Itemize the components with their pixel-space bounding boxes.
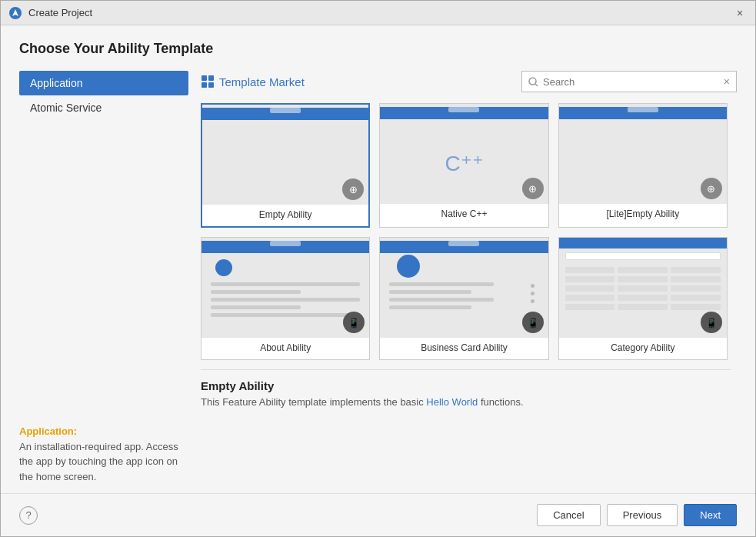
card-preview-category: 📱 [559, 238, 727, 338]
search-input[interactable] [543, 76, 719, 88]
cat-cell-4 [565, 276, 615, 282]
biz-line-2 [389, 290, 471, 294]
biz-circle [397, 255, 420, 278]
badge-icon-category: 📱 [705, 317, 718, 329]
next-button[interactable]: Next [684, 504, 737, 526]
card-phone-bar-inner [270, 108, 301, 113]
template-label-empty-ability: Empty Ability [259, 209, 312, 220]
sidebar-description-label: Application: [19, 425, 77, 437]
card-preview-cpp: C⁺⁺ ⊕ [380, 104, 548, 204]
biz-line-1 [389, 282, 494, 286]
sidebar-item-application[interactable]: Application [19, 71, 188, 95]
card-phone-bar [202, 108, 368, 120]
template-card-about[interactable]: 📱 About Ability [201, 237, 370, 360]
template-label-category: Category Ability [611, 342, 674, 353]
search-icon [528, 77, 538, 87]
search-clear-button[interactable]: × [724, 75, 730, 88]
description-title: Empty Ability [201, 379, 731, 392]
biz-dot-1 [531, 284, 535, 288]
biz-dot-2 [531, 292, 535, 295]
card-preview-lite: ⊕ [559, 104, 727, 204]
cat-cell-11 [618, 295, 668, 301]
templates-scroll: ⊕ Empty Ability [201, 103, 737, 493]
templates-grid: ⊕ Empty Ability [201, 103, 731, 360]
template-card-lite-empty[interactable]: ⊕ [Lite]Empty Ability [558, 103, 728, 228]
card-phone-bar-cpp [380, 107, 548, 119]
cat-row-4 [565, 295, 721, 301]
card-phone-bar-inner-business [448, 241, 479, 246]
cat-search [565, 252, 721, 260]
sidebar-item-atomic-service[interactable]: Atomic Service [19, 95, 188, 120]
dialog-title: Choose Your Ability Template [19, 41, 737, 57]
template-card-native-cpp[interactable]: C⁺⁺ ⊕ Native C++ [379, 103, 548, 228]
card-preview-business: 📱 [380, 238, 548, 338]
svg-rect-3 [201, 82, 207, 88]
cancel-button[interactable]: Cancel [537, 504, 600, 526]
cat-row-2 [565, 276, 721, 282]
card-badge-about: 📱 [343, 312, 365, 333]
template-label-about: About Ability [260, 342, 311, 353]
badge-icon-business: 📱 [527, 317, 539, 329]
content-area: Application Atomic Service Application: … [19, 71, 737, 493]
cat-cell-13 [565, 304, 615, 310]
desc-text-before: This Feature Ability template implements… [201, 396, 426, 408]
market-header: Template Market × [201, 71, 737, 92]
card-phone-bar-business [380, 241, 548, 253]
template-label-native-cpp: Native C++ [441, 208, 487, 219]
card-badge-cpp: ⊕ [522, 178, 544, 199]
svg-rect-1 [201, 75, 207, 81]
cat-row-5 [565, 304, 721, 310]
badge-icon-lite: ⊕ [707, 183, 715, 195]
card-phone-bar-inner-cpp [448, 107, 479, 112]
about-circle [215, 259, 232, 276]
window-title: Create Project [28, 7, 732, 18]
templates-scroll-area: ⊕ Empty Ability [201, 103, 737, 493]
search-container: × [521, 71, 737, 92]
svg-line-6 [535, 84, 538, 86]
titlebar: Create Project × [1, 1, 755, 25]
svg-point-5 [529, 78, 536, 85]
about-line-1 [211, 282, 360, 286]
cat-bar [559, 238, 727, 248]
description-panel: Empty Ability This Feature Ability templ… [201, 369, 731, 409]
template-card-category[interactable]: 📱 Category Ability [558, 237, 728, 360]
cat-cell-8 [618, 285, 668, 292]
card-badge-category: 📱 [701, 312, 722, 333]
cat-cell-2 [618, 267, 668, 273]
card-phone-bar-lite [559, 107, 727, 119]
template-card-empty-ability[interactable]: ⊕ Empty Ability [201, 103, 370, 228]
template-label-lite-empty: [Lite]Empty Ability [606, 208, 679, 219]
dialog-body: Choose Your Ability Template Application… [1, 25, 755, 493]
cat-cell-7 [565, 285, 615, 292]
card-preview-empty: ⊕ [202, 105, 368, 205]
card-badge-lite: ⊕ [701, 178, 722, 199]
badge-icon: ⊕ [349, 184, 358, 195]
description-text: This Feature Ability template implements… [201, 395, 731, 409]
card-phone-bar-about [201, 241, 369, 253]
biz-line-4 [389, 305, 471, 309]
badge-icon-cpp: ⊕ [528, 183, 537, 195]
cat-cell-10 [565, 295, 615, 301]
help-button[interactable]: ? [19, 506, 38, 525]
cat-cell-12 [671, 295, 721, 301]
cat-cell-9 [671, 285, 721, 292]
template-label-business: Business Card Ability [421, 342, 508, 353]
template-card-business[interactable]: 📱 Business Card Ability [379, 237, 548, 360]
svg-rect-4 [208, 82, 214, 88]
cat-rows [559, 264, 727, 313]
badge-icon-about: 📱 [348, 317, 360, 329]
main-panel: Template Market × [201, 71, 737, 493]
about-line-2 [211, 290, 301, 294]
cat-cell-14 [618, 304, 668, 310]
template-market-icon [201, 75, 215, 88]
sidebar-description: Application: An installation-required ap… [19, 415, 188, 493]
cat-cell-3 [671, 267, 721, 273]
desc-text-after: functions. [478, 396, 523, 408]
close-button[interactable]: × [732, 5, 748, 21]
biz-line-3 [389, 298, 494, 302]
market-title: Template Market [201, 75, 305, 88]
cat-cell-5 [618, 276, 668, 282]
cat-row-1 [565, 267, 721, 273]
desc-text-highlight: Hello World [426, 396, 478, 408]
previous-button[interactable]: Previous [607, 504, 678, 526]
